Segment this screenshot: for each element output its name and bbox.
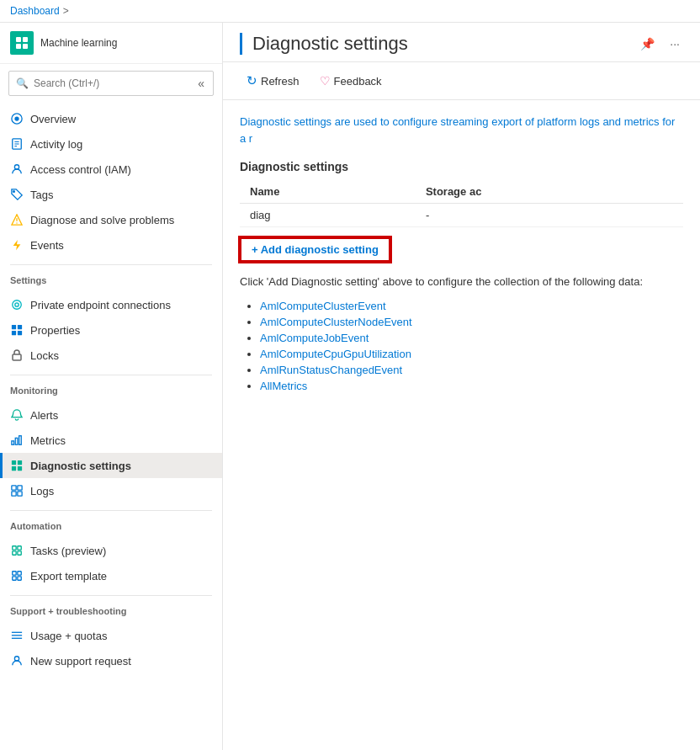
sidebar-item-properties[interactable]: Properties [0, 317, 222, 343]
nav-support: Usage + quotas New support request [0, 620, 222, 677]
svg-rect-26 [18, 460, 22, 465]
refresh-button[interactable]: ↻ Refresh [240, 69, 306, 93]
nav-automation: Tasks (preview) Export template [0, 535, 222, 592]
title-separator [240, 33, 242, 55]
refresh-icon: ↻ [247, 73, 257, 88]
more-icon[interactable]: ··· [666, 34, 683, 54]
sidebar-item-diagnostic-settings[interactable]: Diagnostic settings [0, 453, 222, 478]
helper-text: Click 'Add Diagnostic setting' above to … [240, 275, 683, 288]
add-setting-label: + Add diagnostic setting [252, 243, 379, 256]
nav-main: Overview Activity log Access control (IA… [0, 103, 222, 261]
export-template-icon [10, 569, 24, 582]
sidebar-item-label-private-endpoint: Private endpoint connections [30, 299, 171, 311]
alerts-icon [10, 408, 24, 422]
svg-rect-2 [16, 44, 21, 49]
list-item-3: AmlComputeCpuGpuUtilization [260, 346, 683, 362]
diagnostic-table: Name Storage ac diag - [240, 180, 683, 227]
automation-divider [10, 510, 212, 511]
svg-rect-43 [12, 638, 22, 639]
sidebar-header: Machine learning [0, 23, 222, 64]
events-icon [10, 238, 24, 252]
svg-rect-3 [23, 44, 28, 49]
sidebar-item-label-tasks: Tasks (preview) [30, 545, 106, 557]
svg-rect-30 [18, 486, 22, 490]
sidebar-item-alerts[interactable]: Alerts [0, 402, 222, 428]
main-content: Diagnostic settings 📌 ··· ↻ Refresh ♡ Fe… [223, 23, 700, 750]
sidebar-item-export-template[interactable]: Export template [0, 563, 222, 588]
list-item-5: AllMetrics [260, 378, 683, 394]
feedback-icon: ♡ [320, 74, 331, 88]
sidebar-item-access-control[interactable]: Access control (IAM) [0, 157, 222, 182]
svg-point-44 [14, 657, 19, 661]
list-link-5[interactable]: AllMetrics [260, 380, 307, 392]
svg-rect-40 [18, 577, 21, 580]
svg-rect-23 [15, 438, 18, 444]
sidebar-item-tasks[interactable]: Tasks (preview) [0, 538, 222, 563]
svg-rect-35 [13, 551, 16, 555]
svg-rect-34 [18, 546, 21, 550]
sidebar-item-diagnose[interactable]: Diagnose and solve problems [0, 207, 222, 232]
sidebar-item-label-access-control: Access control (IAM) [30, 163, 131, 176]
nav-monitoring: Alerts Metrics Diagnostic settings Logs [0, 399, 222, 507]
new-support-icon [10, 654, 24, 668]
nav-settings: Private endpoint connections Properties … [0, 289, 222, 371]
svg-point-14 [16, 222, 17, 223]
svg-rect-42 [12, 635, 22, 636]
sidebar-item-tags[interactable]: Tags [0, 182, 222, 207]
diagnostic-settings-icon [10, 459, 24, 472]
list-link-3[interactable]: AmlComputeCpuGpuUtilization [260, 348, 411, 360]
add-diagnostic-setting-button[interactable]: + Add diagnostic setting [240, 237, 390, 262]
svg-rect-0 [16, 37, 21, 42]
sidebar-item-metrics[interactable]: Metrics [0, 428, 222, 453]
table-row: diag - [240, 204, 683, 227]
sidebar-item-activity-log[interactable]: Activity log [0, 131, 222, 157]
sidebar-item-locks[interactable]: Locks [0, 343, 222, 368]
list-link-0[interactable]: AmlComputeClusterEvent [260, 300, 386, 312]
sidebar-item-label-locks: Locks [30, 349, 59, 362]
diag-section-title: Diagnostic settings [240, 160, 683, 173]
sidebar-item-label-diagnostic-settings: Diagnostic settings [30, 460, 131, 472]
sidebar: Machine learning 🔍 « Overview Activity l… [0, 23, 223, 750]
sidebar-item-logs[interactable]: Logs [0, 478, 222, 503]
column-header-name: Name [240, 180, 416, 204]
svg-rect-18 [18, 325, 22, 329]
settings-divider [10, 264, 212, 265]
sidebar-item-events[interactable]: Events [0, 232, 222, 258]
list-link-1[interactable]: AmlComputeClusterNodeEvent [260, 316, 412, 328]
svg-rect-19 [12, 331, 16, 335]
list-link-2[interactable]: AmlComputeJobEvent [260, 332, 369, 344]
sidebar-item-private-endpoint[interactable]: Private endpoint connections [0, 292, 222, 317]
usage-quotas-icon [10, 629, 24, 642]
list-item-4: AmlRunStatusChangedEvent [260, 362, 683, 378]
sidebar-item-label-tags: Tags [30, 189, 53, 201]
support-divider [10, 595, 212, 596]
access-control-icon [10, 162, 24, 176]
svg-rect-29 [12, 486, 16, 490]
svg-point-15 [13, 301, 22, 310]
collapse-button[interactable]: « [196, 75, 206, 92]
automation-section-label: Automation [0, 514, 222, 535]
svg-rect-37 [13, 572, 16, 575]
breadcrumb-separator: > [63, 5, 69, 17]
svg-rect-22 [12, 441, 14, 444]
logs-icon [10, 484, 24, 497]
list-link-4[interactable]: AmlRunStatusChangedEvent [260, 364, 402, 376]
list-item-1: AmlComputeClusterNodeEvent [260, 314, 683, 330]
search-icon: 🔍 [16, 77, 29, 89]
app-icon [10, 31, 34, 55]
sidebar-item-overview[interactable]: Overview [0, 106, 222, 131]
page-header: Diagnostic settings 📌 ··· [223, 23, 700, 62]
breadcrumb-dashboard[interactable]: Dashboard [10, 5, 60, 17]
feedback-button[interactable]: ♡ Feedback [313, 70, 389, 92]
svg-rect-21 [13, 354, 21, 360]
search-input[interactable] [34, 77, 191, 89]
sidebar-item-new-support[interactable]: New support request [0, 648, 222, 673]
pin-icon[interactable]: 📌 [637, 34, 658, 54]
svg-point-11 [13, 191, 15, 193]
svg-point-10 [14, 165, 19, 169]
sidebar-item-label-export-template: Export template [30, 570, 107, 582]
search-box[interactable]: 🔍 « [8, 71, 214, 96]
sidebar-item-usage-quotas[interactable]: Usage + quotas [0, 623, 222, 648]
toolbar: ↻ Refresh ♡ Feedback [223, 62, 700, 100]
svg-rect-17 [12, 325, 16, 329]
